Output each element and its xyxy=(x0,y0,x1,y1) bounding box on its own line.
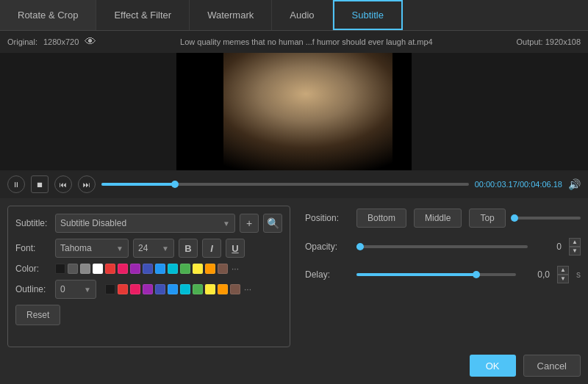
black-bar-left xyxy=(176,53,223,170)
size-dropdown-arrow: ▼ xyxy=(162,244,169,253)
color-swatch-5[interactable] xyxy=(105,264,115,274)
tab-subtitle[interactable]: Subtitle xyxy=(333,0,403,30)
font-dropdown[interactable]: Tahoma ▼ xyxy=(55,239,129,258)
search-icon: 🔍 xyxy=(267,217,279,229)
italic-button[interactable]: I xyxy=(202,239,221,258)
color-swatch-1[interactable] xyxy=(55,264,65,274)
subtitle-dropdown[interactable]: Subtitle Disabled ▼ xyxy=(55,214,235,233)
video-canvas xyxy=(0,53,588,170)
outline-swatch-11[interactable] xyxy=(230,284,240,294)
bold-button[interactable]: B xyxy=(179,239,198,258)
progress-bar[interactable] xyxy=(101,183,469,186)
opacity-value: 0 xyxy=(535,242,562,252)
outline-swatch-5[interactable] xyxy=(155,284,165,294)
search-subtitle-button[interactable]: 🔍 xyxy=(263,214,282,233)
color-swatch-8[interactable] xyxy=(143,264,153,274)
opacity-slider[interactable] xyxy=(356,245,528,248)
color-swatch-13[interactable] xyxy=(205,264,215,274)
underline-button[interactable]: U xyxy=(226,239,245,258)
volume-icon[interactable]: 🔊 xyxy=(568,178,581,190)
footer-buttons: OK Cancel xyxy=(470,355,581,377)
color-swatch-10[interactable] xyxy=(168,264,178,274)
tab-watermark[interactable]: Watermark xyxy=(190,0,272,30)
controls-bar: ⏸ ⏹ ⏮ ⏭ 00:00:03.17/00:04:06.18 🔊 xyxy=(0,170,588,198)
eye-icon[interactable]: 👁 xyxy=(85,35,96,48)
time-display: 00:00:03.17/00:04:06.18 xyxy=(475,180,562,189)
position-knob xyxy=(511,214,518,222)
delay-unit: s xyxy=(576,269,581,280)
delay-fill xyxy=(356,273,476,276)
opacity-spin-down[interactable]: ▼ xyxy=(569,247,581,256)
tab-effect-filter[interactable]: Effect & Filter xyxy=(96,0,190,30)
subtitle-row: Subtitle: Subtitle Disabled ▼ + 🔍 xyxy=(15,214,282,233)
tab-audio[interactable]: Audio xyxy=(272,0,332,30)
tab-rotate-crop[interactable]: Rotate & Crop xyxy=(0,0,96,30)
output-label: Output: xyxy=(517,37,543,46)
video-preview xyxy=(176,53,412,170)
delay-spin-up[interactable]: ▲ xyxy=(557,266,569,275)
outline-swatch-3[interactable] xyxy=(130,284,140,294)
ok-button[interactable]: OK xyxy=(470,355,516,377)
output-res: 1920x108 xyxy=(545,37,581,46)
outline-swatch-7[interactable] xyxy=(180,284,190,294)
outline-color-swatches: ··· xyxy=(105,284,251,294)
delay-slider[interactable] xyxy=(356,273,516,276)
opacity-spin-up[interactable]: ▲ xyxy=(569,238,581,247)
position-label: Position: xyxy=(305,213,349,223)
color-swatch-14[interactable] xyxy=(218,264,228,274)
color-swatch-11[interactable] xyxy=(180,264,190,274)
stop-button[interactable]: ⏹ xyxy=(31,175,49,193)
position-slider[interactable] xyxy=(513,217,581,220)
reset-button[interactable]: Reset xyxy=(15,305,60,325)
video-info-left: Original: 1280x720 👁 xyxy=(7,35,96,48)
delay-row: Delay: 0,0 ▲ ▼ s xyxy=(305,266,581,283)
outline-swatch-1[interactable] xyxy=(105,284,115,294)
outline-label: Outline: xyxy=(15,284,51,294)
color-swatch-12[interactable] xyxy=(193,264,203,274)
color-label: Color: xyxy=(15,264,51,274)
next-frame-button[interactable]: ⏭ xyxy=(78,175,96,193)
outline-swatch-10[interactable] xyxy=(218,284,228,294)
delay-value: 0,0 xyxy=(523,269,550,280)
opacity-row: Opacity: 0 ▲ ▼ xyxy=(305,238,581,256)
font-label: Font: xyxy=(15,243,51,253)
outline-swatch-8[interactable] xyxy=(193,284,203,294)
color-swatch-3[interactable] xyxy=(80,264,90,274)
size-dropdown[interactable]: 24 ▼ xyxy=(133,239,174,258)
color-swatch-4[interactable] xyxy=(93,264,103,274)
delay-knob xyxy=(473,271,480,278)
add-subtitle-button[interactable]: + xyxy=(240,214,259,233)
color-swatch-9[interactable] xyxy=(155,264,165,274)
opacity-spinbutton[interactable]: ▲ ▼ xyxy=(569,238,581,256)
color-swatch-6[interactable] xyxy=(118,264,128,274)
cancel-button[interactable]: Cancel xyxy=(523,355,581,377)
pause-button[interactable]: ⏸ xyxy=(7,175,25,193)
position-top-button[interactable]: Top xyxy=(469,209,505,228)
outline-swatch-6[interactable] xyxy=(168,284,178,294)
more-outline-colors-button[interactable]: ··· xyxy=(244,284,251,294)
video-info-bar: Original: 1280x720 👁 Low quality memes t… xyxy=(0,31,588,53)
position-middle-button[interactable]: Middle xyxy=(414,209,462,228)
position-bottom-button[interactable]: Bottom xyxy=(356,209,406,228)
outline-dropdown[interactable]: 0 ▼ xyxy=(55,280,96,299)
outline-swatch-2[interactable] xyxy=(118,284,128,294)
video-filename: Low quality memes that no human ...f hum… xyxy=(96,37,516,46)
color-row: Color: ··· xyxy=(15,264,282,274)
progress-fill xyxy=(101,183,175,186)
color-swatch-7[interactable] xyxy=(130,264,140,274)
more-colors-button[interactable]: ··· xyxy=(232,264,239,274)
right-controls: Position: Bottom Middle Top Opacity: 0 xyxy=(305,206,581,347)
position-row: Position: Bottom Middle Top xyxy=(305,209,581,228)
font-dropdown-arrow: ▼ xyxy=(116,244,123,253)
delay-spin-down[interactable]: ▼ xyxy=(557,275,569,283)
outline-swatch-9[interactable] xyxy=(205,284,215,294)
progress-knob[interactable] xyxy=(171,181,179,188)
color-swatch-2[interactable] xyxy=(68,264,78,274)
outline-swatch-4[interactable] xyxy=(143,284,153,294)
color-swatches: ··· xyxy=(55,264,239,274)
subtitle-controls: Subtitle: Subtitle Disabled ▼ + 🔍 Font: … xyxy=(7,206,290,347)
bottom-panel: Subtitle: Subtitle Disabled ▼ + 🔍 Font: … xyxy=(0,198,588,355)
outline-dropdown-arrow: ▼ xyxy=(84,286,91,294)
delay-spinbutton[interactable]: ▲ ▼ xyxy=(557,266,569,283)
prev-frame-button[interactable]: ⏮ xyxy=(54,175,72,193)
